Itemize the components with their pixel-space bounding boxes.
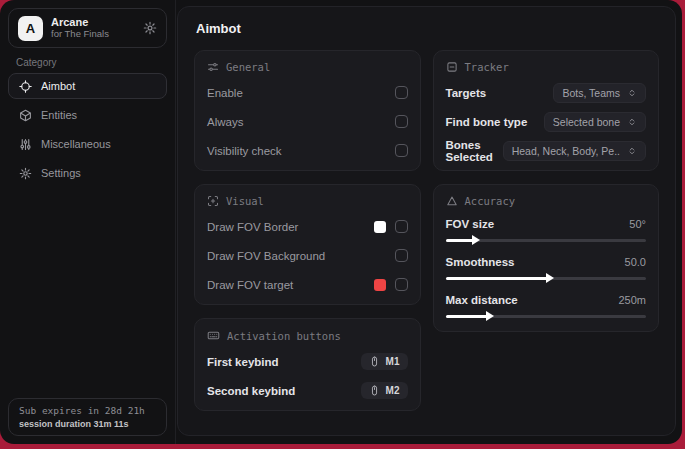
- tracker-row: Find bone type Selected bone: [446, 112, 647, 131]
- max-distance-slider-group: Max distance 250m: [446, 293, 647, 318]
- slider-fill: [446, 277, 548, 280]
- keybind-value: M1: [386, 356, 400, 367]
- visibility-check-checkbox[interactable]: [395, 144, 408, 157]
- slider-label: Smoothness: [446, 256, 515, 268]
- targets-select[interactable]: Bots, Teams: [553, 83, 646, 103]
- draw-fov-background-checkbox[interactable]: [395, 249, 408, 262]
- setting-row: Visibility check: [207, 141, 408, 160]
- triangle-icon: [446, 195, 458, 207]
- app-subtitle: for The Finals: [51, 29, 109, 40]
- subscription-info: Sub expires in 28d 21h session duration …: [8, 398, 167, 436]
- setting-row: Draw FOV Background: [207, 246, 408, 265]
- setting-label: Always: [207, 116, 243, 128]
- tracker-label: Bones Selected: [446, 139, 503, 163]
- keybind-row: Second keybind M2: [207, 381, 408, 400]
- smoothness-slider-group: Smoothness 50.0: [446, 255, 647, 280]
- sidebar-item-miscellaneous[interactable]: Miscellaneous: [8, 131, 167, 157]
- session-duration-text: session duration 31m 11s: [19, 419, 156, 429]
- slider-fill: [446, 239, 474, 242]
- tracker-row: Bones Selected Head, Neck, Body, Pe..: [446, 141, 647, 160]
- fov-size-slider-group: FOV size 50°: [446, 217, 647, 242]
- sidebar-item-label: Settings: [41, 167, 81, 179]
- general-card: General Enable Always Visibility check: [194, 50, 421, 171]
- app-window: A Arcane for The Finals Category: [0, 0, 682, 444]
- sub-expiry-text: Sub expires in 28d 21h: [19, 405, 156, 416]
- smoothness-slider[interactable]: [446, 277, 647, 280]
- visual-card: Visual Draw FOV Border Draw FOV Backgrou…: [194, 184, 421, 305]
- setting-label: Draw FOV Border: [207, 221, 298, 233]
- left-column: General Enable Always Visibility check: [194, 50, 421, 411]
- sidebar-nav: Aimbot Entities: [0, 73, 175, 186]
- setting-label: Visibility check: [207, 145, 282, 157]
- slider-knob[interactable]: [546, 273, 554, 283]
- focus-icon: [207, 195, 219, 207]
- card-title: Tracker: [465, 61, 509, 73]
- keybind-label: First keybind: [207, 356, 279, 368]
- sidebar-item-settings[interactable]: Settings: [8, 160, 167, 186]
- app-header: A Arcane for The Finals: [8, 8, 167, 48]
- setting-label: Draw FOV target: [207, 279, 293, 291]
- second-keybind-button[interactable]: M2: [361, 382, 408, 399]
- keybind-value: M2: [386, 385, 400, 396]
- select-value: Bots, Teams: [562, 87, 620, 99]
- setting-row: Always: [207, 112, 408, 131]
- slider-label: Max distance: [446, 294, 518, 306]
- sidebar-item-label: Miscellaneous: [41, 138, 111, 150]
- settings-gear-icon[interactable]: [143, 21, 157, 35]
- keybind-label: Second keybind: [207, 385, 295, 397]
- keyboard-icon: [207, 329, 220, 342]
- crosshair-icon: [19, 80, 32, 93]
- page-title: Aimbot: [196, 21, 659, 36]
- sidebar-item-aimbot[interactable]: Aimbot: [8, 73, 167, 99]
- main-panel: Aimbot General: [177, 6, 676, 436]
- sidebar: A Arcane for The Finals Category: [0, 0, 176, 444]
- setting-row: Draw FOV target: [207, 275, 408, 294]
- chevrons-up-down-icon: [627, 146, 637, 156]
- fov-border-color-swatch[interactable]: [374, 221, 386, 233]
- accuracy-card: Accuracy FOV size 50°: [433, 184, 660, 332]
- slider-knob[interactable]: [472, 235, 480, 245]
- bones-selected-select[interactable]: Head, Neck, Body, Pe..: [503, 141, 646, 161]
- always-checkbox[interactable]: [395, 115, 408, 128]
- setting-label: Enable: [207, 87, 243, 99]
- setting-label: Draw FOV Background: [207, 250, 325, 262]
- fov-target-color-swatch[interactable]: [374, 279, 386, 291]
- mouse-icon: [369, 356, 380, 367]
- cube-icon: [19, 109, 32, 122]
- slider-knob[interactable]: [486, 311, 494, 321]
- draw-fov-border-checkbox[interactable]: [395, 220, 408, 233]
- tracker-card: Tracker Targets Bots, Teams: [433, 50, 660, 171]
- app-logo: A: [18, 16, 43, 41]
- setting-row: Enable: [207, 83, 408, 102]
- slider-value: 250m: [618, 294, 646, 306]
- max-distance-slider[interactable]: [446, 315, 647, 318]
- select-value: Head, Neck, Body, Pe..: [512, 145, 620, 157]
- select-value: Selected bone: [553, 116, 620, 128]
- setting-row: Draw FOV Border: [207, 217, 408, 236]
- sidebar-item-entities[interactable]: Entities: [8, 102, 167, 128]
- slider-fill: [446, 315, 488, 318]
- chevrons-up-down-icon: [627, 117, 637, 127]
- app-name: Arcane: [51, 16, 109, 29]
- sliders-horizontal-icon: [207, 61, 219, 73]
- category-label: Category: [16, 57, 159, 68]
- fov-size-slider[interactable]: [446, 239, 647, 242]
- tracker-label: Find bone type: [446, 116, 528, 128]
- slider-label: FOV size: [446, 218, 495, 230]
- keybind-row: First keybind M1: [207, 352, 408, 371]
- card-title: Activation buttons: [227, 330, 341, 342]
- draw-fov-target-checkbox[interactable]: [395, 278, 408, 291]
- sidebar-item-label: Aimbot: [41, 80, 75, 92]
- card-title: Accuracy: [465, 195, 516, 207]
- activation-buttons-card: Activation buttons First keybind M1: [194, 318, 421, 411]
- enable-checkbox[interactable]: [395, 86, 408, 99]
- card-title: Visual: [226, 195, 264, 207]
- first-keybind-button[interactable]: M1: [361, 353, 408, 370]
- tracker-row: Targets Bots, Teams: [446, 83, 647, 102]
- right-column: Tracker Targets Bots, Teams: [433, 50, 660, 332]
- gear-icon: [19, 167, 32, 180]
- find-bone-type-select[interactable]: Selected bone: [544, 112, 646, 132]
- sidebar-item-label: Entities: [41, 109, 77, 121]
- slider-value: 50°: [629, 218, 646, 230]
- tracker-label: Targets: [446, 87, 487, 99]
